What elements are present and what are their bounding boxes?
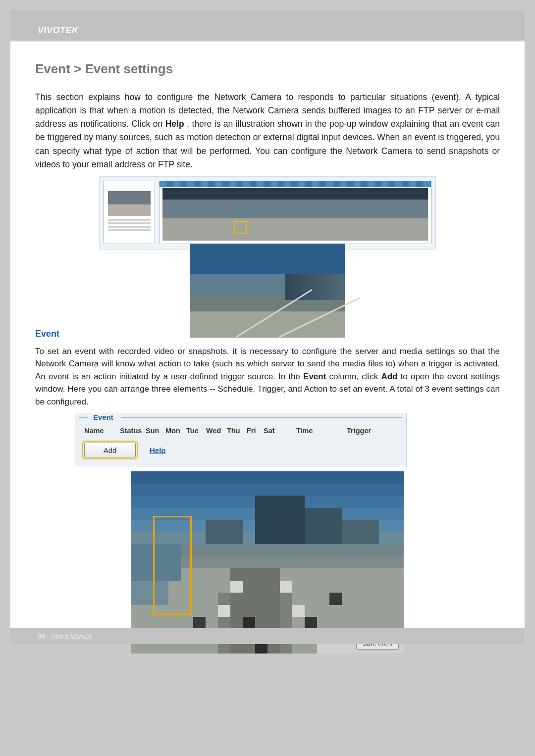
svg-rect-8 — [342, 520, 379, 544]
col-wed: Wed — [206, 427, 227, 435]
event-bold-add: Add — [381, 372, 397, 381]
footer-page-no: 98 — [38, 633, 45, 640]
col-thu: Thu — [227, 427, 247, 435]
event-legend: Event — [91, 413, 115, 421]
svg-rect-9 — [206, 520, 243, 544]
intro-paragraph: This section explains how to configure t… — [35, 91, 500, 171]
col-trigger: Trigger — [347, 427, 386, 435]
svg-rect-1 — [131, 484, 404, 496]
col-status: Status — [120, 427, 146, 435]
col-mon: Mon — [165, 427, 186, 435]
col-fri: Fri — [247, 427, 264, 435]
col-name: Name — [84, 427, 120, 435]
brand-bar: VIVOTEK — [10, 10, 525, 42]
pixelated-preview: Save event — [131, 471, 404, 654]
col-time: Time — [296, 427, 330, 435]
svg-rect-23 — [280, 581, 292, 593]
footer-text: 98 - User's Manual — [38, 633, 92, 640]
svg-rect-6 — [255, 496, 305, 544]
brand-text: VIVOTEK — [38, 25, 79, 36]
motion-region-box — [153, 516, 192, 615]
col-sun: Sun — [146, 427, 165, 435]
highlight-box-icon — [234, 221, 247, 234]
svg-rect-27 — [193, 617, 206, 630]
svg-rect-7 — [305, 508, 342, 545]
intro-help-word: Help — [165, 119, 184, 129]
svg-rect-28 — [329, 593, 342, 605]
help-link[interactable]: Help — [150, 446, 166, 454]
svg-rect-24 — [243, 617, 255, 630]
page-footer: 98 - User's Manual — [10, 628, 525, 644]
event-table-headers: Name Status Sun Mon Tue Wed Thu Fri Sat … — [84, 427, 397, 435]
svg-rect-22 — [292, 605, 305, 617]
illustration-thumb-left — [104, 181, 155, 244]
col-sat: Sat — [264, 427, 283, 435]
event-p2: column, click — [329, 372, 381, 381]
event-paragraph: To set an event with recorded video or s… — [35, 345, 500, 408]
page-title: Event > Event settings — [35, 61, 500, 77]
content-area: Event > Event settings This section expl… — [10, 42, 525, 654]
svg-rect-26 — [305, 617, 317, 630]
add-button[interactable]: Add — [84, 443, 136, 457]
col-tue: Tue — [186, 427, 206, 435]
page: VIVOTEK Event > Event settings This sect… — [10, 10, 525, 644]
center-photo — [190, 244, 345, 338]
svg-rect-19 — [218, 605, 230, 617]
svg-rect-20 — [230, 581, 243, 593]
illustration-strip — [99, 176, 436, 250]
svg-rect-16 — [218, 593, 230, 654]
illustration-wide-panel — [159, 181, 431, 244]
event-bold-event: Event — [303, 372, 326, 381]
svg-rect-0 — [131, 471, 404, 484]
event-settings-panel: Event Name Status Sun Mon Tue Wed Thu Fr… — [75, 413, 407, 466]
footer-label: User's Manual — [51, 633, 92, 640]
